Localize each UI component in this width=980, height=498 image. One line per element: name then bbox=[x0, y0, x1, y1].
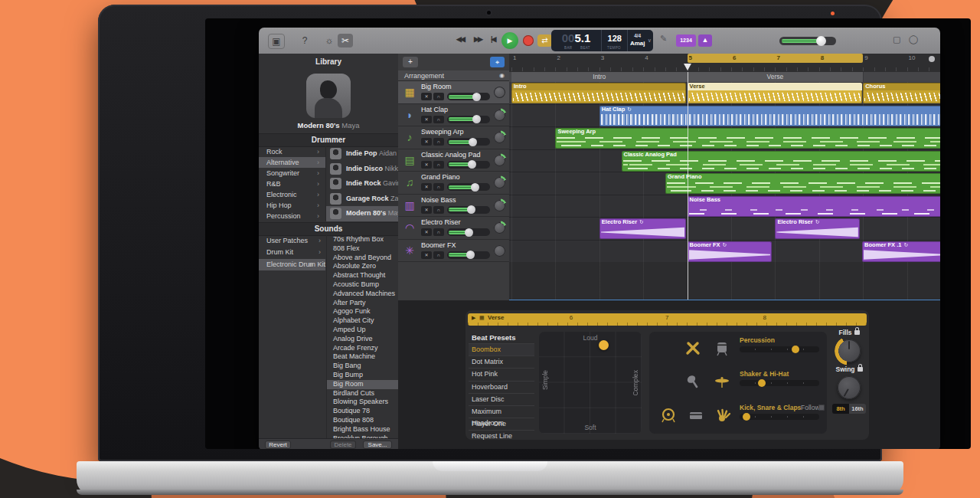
region[interactable]: Intro bbox=[511, 83, 686, 103]
sound-item[interactable]: 70s Rhythm Box bbox=[327, 235, 399, 244]
mute-button[interactable]: ✕ bbox=[421, 251, 432, 259]
track-header[interactable]: ▦Big Room✕∩ bbox=[398, 81, 509, 104]
solo-button[interactable]: ∩ bbox=[433, 183, 444, 191]
mute-button[interactable]: ✕ bbox=[421, 228, 432, 236]
arrangement-track-header[interactable]: Arrangement ◉ bbox=[398, 70, 509, 81]
solo-button[interactable]: ∩ bbox=[433, 93, 444, 100]
sound-item[interactable]: Blowing Speakers bbox=[327, 398, 399, 407]
track-volume-knob[interactable] bbox=[466, 251, 475, 259]
sound-item[interactable]: Birdland Cuts bbox=[327, 389, 399, 398]
track-volume-slider[interactable] bbox=[447, 206, 490, 214]
loop-browser-icon[interactable]: ◯ bbox=[909, 34, 918, 44]
arrangement-section[interactable]: Verse bbox=[688, 72, 864, 82]
count-in-button[interactable]: 1234 bbox=[676, 34, 696, 47]
pan-knob[interactable] bbox=[494, 222, 505, 234]
record-button[interactable] bbox=[523, 35, 534, 46]
track-volume-knob[interactable] bbox=[469, 138, 477, 146]
automation-button[interactable]: ⌖ bbox=[490, 57, 505, 67]
track-volume-slider[interactable] bbox=[447, 228, 490, 236]
track-volume-knob[interactable] bbox=[465, 228, 473, 237]
mix-slider[interactable] bbox=[740, 380, 819, 386]
lcd-tempo[interactable]: 128 TEMPO bbox=[602, 30, 628, 51]
mute-button[interactable]: ✕ bbox=[421, 93, 432, 100]
pan-knob[interactable] bbox=[494, 200, 505, 211]
track-header[interactable]: ◠Electro Riser✕∩ bbox=[398, 217, 509, 240]
beat-preset-item[interactable]: Request Line bbox=[469, 430, 534, 442]
arrangement-menu-icon[interactable]: ◉ bbox=[499, 70, 505, 81]
track-volume-knob[interactable] bbox=[468, 160, 476, 169]
sound-item[interactable]: Boutique 808 bbox=[327, 416, 399, 425]
beat-preset-item[interactable]: Hot Pink bbox=[469, 368, 534, 380]
genre-item[interactable]: Electronic› bbox=[259, 189, 325, 200]
mute-button[interactable]: ✕ bbox=[421, 206, 432, 214]
genre-item[interactable]: Songwriter› bbox=[259, 168, 325, 179]
revert-button[interactable]: Revert bbox=[265, 441, 291, 449]
track-volume-slider[interactable] bbox=[447, 93, 490, 100]
lcd-key[interactable]: 4/4 Amaj ∨ bbox=[628, 30, 653, 51]
beat-ruler[interactable]: 12345678910 bbox=[509, 54, 940, 73]
track-header[interactable]: ♫Grand Piano✕∩ bbox=[398, 172, 509, 195]
shaker-icon[interactable] bbox=[684, 373, 701, 390]
fills-knob[interactable] bbox=[838, 339, 861, 362]
solo-button[interactable]: ∩ bbox=[433, 206, 444, 214]
beat-preset-item[interactable]: Dot Matrix bbox=[469, 355, 534, 368]
delete-button[interactable]: Delete bbox=[330, 441, 356, 449]
mute-button[interactable]: ✕ bbox=[421, 161, 432, 169]
sound-item[interactable]: Boutique 78 bbox=[327, 407, 399, 416]
drummer-item[interactable]: Indie Disco Nikki bbox=[326, 162, 399, 177]
sound-item[interactable]: Big Bang bbox=[327, 362, 399, 371]
drumsticks-icon[interactable] bbox=[684, 339, 701, 356]
sound-category[interactable]: Electronic Drum Kit⊕› bbox=[259, 259, 325, 270]
pan-knob[interactable] bbox=[494, 245, 505, 257]
region[interactable]: Chorus bbox=[863, 83, 940, 103]
track-volume-slider[interactable] bbox=[447, 183, 490, 191]
pan-knob[interactable] bbox=[494, 177, 505, 188]
genre-item[interactable]: Rock› bbox=[259, 146, 325, 157]
beat-preset-item[interactable]: Boombox bbox=[469, 343, 534, 355]
pan-knob[interactable] bbox=[494, 110, 505, 121]
region[interactable]: Hat Clap↻ bbox=[599, 106, 940, 126]
xy-puck[interactable] bbox=[599, 340, 609, 350]
genre-item[interactable]: Hip Hop› bbox=[259, 200, 325, 211]
track-header[interactable]: ▤Classic Analog Pad✕∩ bbox=[398, 149, 509, 172]
solo-button[interactable]: ∩ bbox=[433, 228, 444, 236]
track-header[interactable]: ✳Boomer FX✕∩ bbox=[398, 240, 509, 263]
region[interactable]: Sweeping Arp bbox=[555, 128, 940, 149]
track-volume-slider[interactable] bbox=[447, 138, 490, 146]
genre-item[interactable]: Alternative› bbox=[259, 157, 325, 168]
sound-item[interactable]: Above and Beyond bbox=[327, 254, 399, 263]
region[interactable]: Electro Riser↻ bbox=[775, 218, 859, 239]
track-header[interactable]: ▥Noise Bass✕∩ bbox=[398, 195, 509, 218]
timeline[interactable]: 12345678910 IntroVerse IntroVerseChorusH… bbox=[509, 54, 940, 300]
editor-play-icon[interactable]: ▶ bbox=[472, 315, 475, 321]
xy-pad[interactable]: Loud Soft Simple Complex bbox=[539, 332, 642, 434]
tuner-icon[interactable]: ✎ bbox=[660, 34, 667, 44]
region[interactable]: Noise Bass bbox=[688, 196, 940, 217]
sound-item[interactable]: Big Room bbox=[327, 380, 399, 389]
swing-knob[interactable] bbox=[838, 376, 861, 399]
kick-icon[interactable] bbox=[660, 407, 677, 424]
display-dial-icon[interactable]: ☼ bbox=[322, 34, 337, 48]
region[interactable]: Electro Riser↻ bbox=[599, 218, 686, 239]
claps-icon[interactable] bbox=[715, 407, 732, 424]
region[interactable]: Classic Analog Pad bbox=[622, 151, 941, 172]
solo-button[interactable]: ∩ bbox=[433, 116, 444, 123]
master-volume-knob[interactable] bbox=[816, 36, 826, 46]
forward-button[interactable]: ▶▶ bbox=[474, 35, 482, 43]
sound-list[interactable]: 70s Rhythm Box808 FlexAbove and BeyondAb… bbox=[326, 235, 399, 439]
editor-grid-icon[interactable]: ▦ bbox=[479, 315, 485, 321]
conga-icon[interactable] bbox=[714, 339, 730, 356]
mix-slider-thumb[interactable] bbox=[758, 379, 766, 387]
editor-ruler[interactable]: ▶ ▦ Verse 678 bbox=[468, 313, 867, 326]
add-track-button[interactable]: + bbox=[403, 57, 418, 67]
sound-item[interactable]: Beat Machine bbox=[327, 352, 399, 362]
division-16th[interactable]: 16th bbox=[849, 404, 866, 414]
sound-item[interactable]: Alphabet City bbox=[327, 316, 399, 326]
play-button[interactable]: ▶ bbox=[501, 32, 518, 49]
beat-preset-item[interactable]: Maximum Headroom bbox=[469, 405, 534, 418]
sound-item[interactable]: Analog Drive bbox=[327, 335, 399, 344]
solo-button[interactable]: ∩ bbox=[433, 161, 444, 169]
snare-icon[interactable] bbox=[688, 407, 704, 424]
mute-button[interactable]: ✕ bbox=[421, 183, 432, 191]
sound-item[interactable]: Arcade Frenzy bbox=[327, 344, 399, 353]
